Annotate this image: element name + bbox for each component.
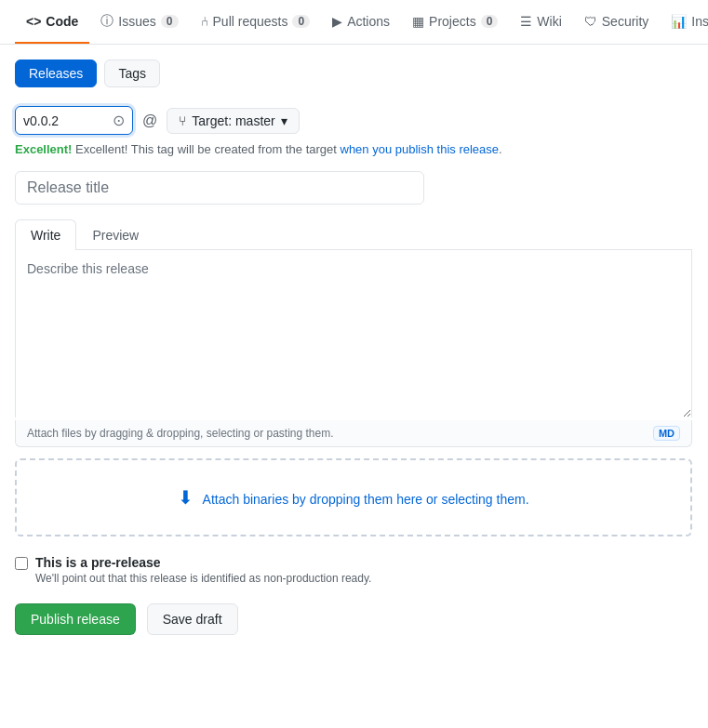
insights-icon: 📊 (671, 14, 687, 29)
attach-binaries-zone[interactable]: ⬇ Attach binaries by dropping them here … (15, 458, 692, 536)
tab-bar: Releases Tags (15, 60, 692, 87)
helper-prefix: Excellent! This tag will be created from… (75, 142, 340, 156)
chevron-down-icon: ▾ (281, 113, 287, 128)
nav-label-projects: Projects (429, 14, 476, 29)
nav-label-security: Security (602, 14, 649, 29)
target-branch-label: Target: master (192, 113, 274, 128)
helper-suffix: . (499, 142, 502, 156)
helper-excellent: Excellent! (15, 142, 72, 156)
prerelease-row: This is a pre-release We'll point out th… (15, 555, 692, 585)
tag-version-icon: ⊙ (113, 112, 125, 129)
tag-row: ⊙ @ ⑂ Target: master ▾ (15, 106, 692, 135)
pull-requests-icon: ⑃ (201, 14, 208, 29)
actions-icon: ▶ (332, 14, 342, 29)
projects-badge: 0 (481, 15, 499, 28)
at-symbol: @ (142, 113, 157, 129)
publish-release-button[interactable]: Publish release (15, 603, 136, 635)
top-nav: <> Code ⓘ Issues 0 ⑃ Pull requests 0 ▶ A… (0, 0, 708, 45)
target-branch-button[interactable]: ⑂ Target: master ▾ (167, 108, 299, 134)
nav-item-issues[interactable]: ⓘ Issues 0 (89, 0, 189, 45)
tab-releases[interactable]: Releases (15, 60, 97, 87)
tag-version-input[interactable] (23, 113, 107, 128)
pull-requests-badge: 0 (292, 15, 310, 28)
attach-text: Attach files by dragging & dropping, sel… (27, 427, 334, 440)
save-draft-button[interactable]: Save draft (147, 603, 238, 635)
projects-icon: ▦ (412, 14, 424, 29)
wiki-icon: ☰ (520, 14, 532, 29)
security-icon: 🛡 (584, 14, 597, 29)
prerelease-label-wrap: This is a pre-release We'll point out th… (35, 555, 371, 585)
attach-binaries-text: Attach binaries by dropping them here or… (203, 492, 529, 507)
helper-text: Excellent! Excellent! This tag will be c… (15, 142, 692, 156)
nav-item-projects[interactable]: ▦ Projects 0 (401, 1, 509, 44)
nav-label-insights: Insigh (691, 14, 708, 29)
nav-item-code[interactable]: <> Code (15, 1, 89, 44)
nav-item-insights[interactable]: 📊 Insigh (660, 1, 708, 44)
code-icon: <> (26, 14, 41, 29)
page-content: Releases Tags ⊙ @ ⑂ Target: master ▾ Exc… (0, 45, 707, 650)
nav-label-issues: Issues (118, 14, 155, 29)
textarea-footer: Attach files by dragging & dropping, sel… (15, 420, 692, 447)
prerelease-description: We'll point out that this release is ide… (35, 572, 371, 585)
nav-item-wiki[interactable]: ☰ Wiki (509, 1, 572, 44)
tab-write[interactable]: Write (15, 219, 76, 250)
download-arrow-icon: ⬇ (178, 487, 194, 508)
tab-tags[interactable]: Tags (104, 60, 160, 87)
nav-label-code: Code (46, 14, 78, 29)
prerelease-checkbox[interactable] (15, 557, 28, 570)
tab-preview[interactable]: Preview (76, 219, 154, 250)
editor-tabs: Write Preview (15, 219, 692, 250)
markdown-badge: MD (653, 426, 680, 441)
nav-item-actions[interactable]: ▶ Actions (321, 1, 401, 44)
branch-icon: ⑂ (179, 113, 186, 128)
nav-item-pull-requests[interactable]: ⑃ Pull requests 0 (190, 1, 322, 44)
nav-label-wiki: Wiki (537, 14, 561, 29)
issues-badge: 0 (161, 15, 179, 28)
editor-container: Write Preview Attach files by dragging &… (15, 219, 692, 447)
tag-input-wrap: ⊙ (15, 106, 133, 135)
action-buttons: Publish release Save draft (15, 603, 692, 635)
issues-icon: ⓘ (100, 13, 114, 30)
description-textarea[interactable] (15, 250, 692, 417)
nav-label-pull-requests: Pull requests (213, 14, 288, 29)
prerelease-title: This is a pre-release (35, 555, 371, 570)
nav-label-actions: Actions (347, 14, 390, 29)
nav-item-security[interactable]: 🛡 Security (573, 1, 661, 44)
release-title-input[interactable] (15, 171, 424, 205)
helper-link[interactable]: when you publish this release (341, 142, 500, 156)
